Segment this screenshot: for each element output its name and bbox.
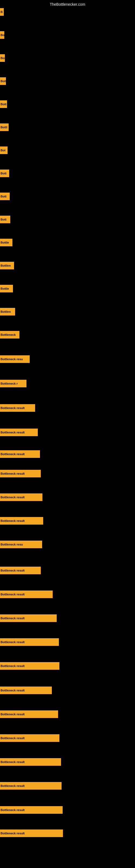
bar-label: Bottleneck resu [1,358,23,361]
bar-item: Bot [0,54,5,62]
bar-item: Bottleneck result [0,590,53,598]
bar-label: Bottleneck result [1,832,25,835]
bar-label: Bottleneck result [1,808,25,812]
bar-item: Bottleneck result [0,806,63,814]
bar-label: Bottleneck result [1,784,25,787]
bar-label: Bottleneck result [1,641,25,644]
bar-label: Bottleneck result [1,593,25,596]
bar-item: Bottlen [0,308,15,315]
bar-label: Bottleneck [1,333,16,336]
bar-item: Bottleneck result [0,710,58,718]
bar-label: Bo [1,33,4,37]
bar-item: Bott [0,100,7,108]
bar-item: Bottleneck result [0,734,59,742]
bar-label: Bott [1,80,6,83]
bar-item: Bottle [0,239,12,246]
bar-item: Bottleneck result [0,662,59,670]
bar-item: Bottleneck r [0,380,27,388]
bar-label: Bottleneck result [1,431,25,434]
bar-label: Bottleneck result [1,617,25,620]
bar-item: Bottleneck result [0,567,41,574]
bar-item: Bottleneck result [0,429,38,436]
bar-label: Bottleneck result [1,406,25,410]
bar-item: Bottleneck [0,331,19,339]
bar-item: Bott [0,216,10,223]
bar-label: Bott [1,172,6,175]
bar-item: Bottleneck result [0,830,63,837]
bar-label: B [1,10,3,13]
bar-item: Bottleneck result [0,782,61,789]
bar-item: Bottleneck resu [0,355,30,363]
bar-label: Bottleneck result [1,472,25,475]
bar-label: Bottleneck result [1,713,25,716]
bar-label: Bottleneck r [1,382,18,385]
bar-item: Bottl [0,123,9,131]
bar-label: Bottle [1,241,9,244]
bar-item: Bottlen [0,262,14,269]
bar-label: Bottlen [1,264,11,267]
bar-label: Bottleneck resu [1,543,23,546]
bar-item: Bott [0,193,10,200]
bar-label: Bottleneck result [1,519,25,522]
bar-label: Bottlen [1,310,11,313]
bar-item: Bottleneck result [0,638,59,646]
bar-label: Bott [1,102,6,106]
bar-label: Bot [1,56,5,60]
bar-item: Bottleneck result [0,517,43,525]
bar-label: Bottleneck result [1,569,25,572]
bar-label: Bottleneck result [1,453,25,456]
site-title: TheBottlenecker.com [50,2,85,6]
bar-item: Bottleneck result [0,470,41,477]
bar-label: Bottleneck result [1,664,25,668]
bar-label: Bottleneck result [1,760,25,764]
bar-item: Bott [0,169,9,177]
bar-label: Bottl [1,126,7,129]
bar-item: Bo [0,31,4,39]
bar-item: Bott [0,77,6,85]
bar-label: Bottle [1,287,9,290]
bar-item: Bottleneck resu [0,540,42,548]
bar-item: Bottleneck result [0,686,52,694]
bar-label: Bottleneck result [1,737,25,740]
bar-item: Bottleneck result [0,493,42,501]
bar-item: Bottle [0,285,13,292]
bar-label: Bottleneck result [1,496,25,499]
bar-item: B [0,8,4,16]
bar-item: Bot [0,147,8,154]
bar-label: Bot [1,149,5,152]
bar-item: Bottleneck result [0,404,35,412]
bar-item: Bottleneck result [0,614,57,622]
bar-label: Bott [1,218,6,221]
bar-item: Bottleneck result [0,758,61,766]
bar-label: Bott [1,195,6,198]
bar-item: Bottleneck result [0,450,40,458]
bar-label: Bottleneck result [1,689,25,692]
